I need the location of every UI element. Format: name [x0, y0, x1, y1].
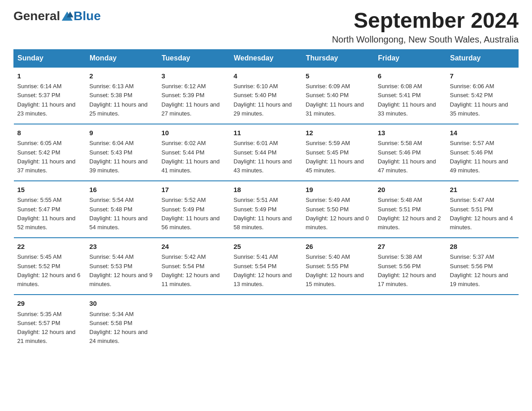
day-cell: 14Sunrise: 5:57 AMSunset: 5:46 PMDayligh…	[446, 124, 519, 181]
day-info: Sunrise: 5:57 AMSunset: 5:46 PMDaylight:…	[450, 139, 515, 175]
day-cell: 11Sunrise: 6:01 AMSunset: 5:44 PMDayligh…	[230, 124, 302, 181]
day-cell: 18Sunrise: 5:51 AMSunset: 5:49 PMDayligh…	[230, 181, 302, 238]
day-number: 16	[90, 185, 154, 195]
day-info: Sunrise: 5:48 AMSunset: 5:51 PMDaylight:…	[378, 196, 443, 232]
day-cell: 12Sunrise: 5:59 AMSunset: 5:45 PMDayligh…	[302, 124, 374, 181]
day-number: 30	[90, 299, 154, 309]
day-number: 20	[378, 185, 443, 195]
day-cell: 26Sunrise: 5:40 AMSunset: 5:55 PMDayligh…	[302, 238, 374, 295]
day-cell: 15Sunrise: 5:55 AMSunset: 5:47 PMDayligh…	[14, 181, 86, 238]
day-cell	[302, 295, 374, 351]
day-info: Sunrise: 6:08 AMSunset: 5:41 PMDaylight:…	[378, 82, 443, 118]
header-row: Sunday Monday Tuesday Wednesday Thursday…	[14, 49, 519, 67]
day-cell	[158, 295, 230, 351]
day-number: 26	[306, 242, 371, 252]
day-info: Sunrise: 5:51 AMSunset: 5:49 PMDaylight:…	[234, 196, 299, 232]
day-number: 24	[162, 242, 227, 252]
page-title: September 2024	[332, 9, 519, 33]
day-info: Sunrise: 5:47 AMSunset: 5:51 PMDaylight:…	[450, 196, 515, 232]
calendar-header: Sunday Monday Tuesday Wednesday Thursday…	[14, 49, 519, 67]
day-info: Sunrise: 6:06 AMSunset: 5:42 PMDaylight:…	[450, 82, 515, 118]
day-number: 21	[450, 185, 515, 195]
day-number: 28	[450, 242, 515, 252]
header: General Blue September 2024 North Wollon…	[13, 9, 519, 45]
day-number: 15	[17, 185, 82, 195]
day-cell: 24Sunrise: 5:42 AMSunset: 5:54 PMDayligh…	[158, 238, 230, 295]
day-number: 4	[234, 71, 299, 81]
header-thursday: Thursday	[302, 49, 374, 67]
day-cell: 25Sunrise: 5:41 AMSunset: 5:54 PMDayligh…	[230, 238, 302, 295]
day-number: 9	[90, 128, 154, 138]
day-info: Sunrise: 5:41 AMSunset: 5:54 PMDaylight:…	[234, 253, 299, 289]
day-number: 2	[90, 71, 154, 81]
day-info: Sunrise: 5:54 AMSunset: 5:48 PMDaylight:…	[90, 196, 154, 232]
day-info: Sunrise: 6:04 AMSunset: 5:43 PMDaylight:…	[90, 139, 154, 175]
day-cell: 29Sunrise: 5:35 AMSunset: 5:57 PMDayligh…	[14, 295, 86, 351]
day-cell: 16Sunrise: 5:54 AMSunset: 5:48 PMDayligh…	[86, 181, 158, 238]
day-cell: 19Sunrise: 5:49 AMSunset: 5:50 PMDayligh…	[302, 181, 374, 238]
day-cell: 2Sunrise: 6:13 AMSunset: 5:38 PMDaylight…	[86, 67, 158, 124]
day-cell: 22Sunrise: 5:45 AMSunset: 5:52 PMDayligh…	[14, 238, 86, 295]
subtitle: North Wollongong, New South Wales, Austr…	[332, 34, 519, 45]
day-info: Sunrise: 6:09 AMSunset: 5:40 PMDaylight:…	[306, 82, 371, 118]
day-number: 13	[378, 128, 443, 138]
day-number: 5	[306, 71, 371, 81]
day-number: 17	[162, 185, 227, 195]
day-cell	[230, 295, 302, 351]
day-info: Sunrise: 5:40 AMSunset: 5:55 PMDaylight:…	[306, 253, 371, 289]
day-number: 11	[234, 128, 299, 138]
day-info: Sunrise: 6:01 AMSunset: 5:44 PMDaylight:…	[234, 139, 299, 175]
day-number: 12	[306, 128, 371, 138]
day-cell: 8Sunrise: 6:05 AMSunset: 5:42 PMDaylight…	[14, 124, 86, 181]
day-info: Sunrise: 5:38 AMSunset: 5:56 PMDaylight:…	[378, 253, 443, 289]
day-info: Sunrise: 5:42 AMSunset: 5:54 PMDaylight:…	[162, 253, 227, 289]
day-cell: 3Sunrise: 6:12 AMSunset: 5:39 PMDaylight…	[158, 67, 230, 124]
day-number: 18	[234, 185, 299, 195]
day-number: 7	[450, 71, 515, 81]
day-number: 10	[162, 128, 227, 138]
day-number: 14	[450, 128, 515, 138]
day-info: Sunrise: 5:49 AMSunset: 5:50 PMDaylight:…	[306, 196, 371, 232]
day-cell: 13Sunrise: 5:58 AMSunset: 5:46 PMDayligh…	[374, 124, 446, 181]
header-sunday: Sunday	[14, 49, 86, 67]
day-info: Sunrise: 5:58 AMSunset: 5:46 PMDaylight:…	[378, 139, 443, 175]
calendar-table: Sunday Monday Tuesday Wednesday Thursday…	[13, 49, 519, 351]
logo-general: General	[13, 9, 60, 23]
day-number: 22	[17, 242, 82, 252]
day-info: Sunrise: 5:37 AMSunset: 5:56 PMDaylight:…	[450, 253, 515, 289]
week-row-2: 15Sunrise: 5:55 AMSunset: 5:47 PMDayligh…	[14, 181, 519, 238]
week-row-4: 29Sunrise: 5:35 AMSunset: 5:57 PMDayligh…	[14, 295, 519, 351]
day-info: Sunrise: 6:12 AMSunset: 5:39 PMDaylight:…	[162, 82, 227, 118]
day-cell: 7Sunrise: 6:06 AMSunset: 5:42 PMDaylight…	[446, 67, 519, 124]
day-cell	[374, 295, 446, 351]
day-cell	[446, 295, 519, 351]
day-number: 8	[17, 128, 82, 138]
day-info: Sunrise: 6:05 AMSunset: 5:42 PMDaylight:…	[17, 139, 82, 175]
title-area: September 2024 North Wollongong, New Sou…	[332, 9, 519, 45]
day-cell: 9Sunrise: 6:04 AMSunset: 5:43 PMDaylight…	[86, 124, 158, 181]
week-row-3: 22Sunrise: 5:45 AMSunset: 5:52 PMDayligh…	[14, 238, 519, 295]
day-info: Sunrise: 5:44 AMSunset: 5:53 PMDaylight:…	[90, 253, 154, 289]
day-cell: 28Sunrise: 5:37 AMSunset: 5:56 PMDayligh…	[446, 238, 519, 295]
day-cell: 21Sunrise: 5:47 AMSunset: 5:51 PMDayligh…	[446, 181, 519, 238]
day-number: 29	[17, 299, 82, 309]
day-number: 19	[306, 185, 371, 195]
day-info: Sunrise: 5:59 AMSunset: 5:45 PMDaylight:…	[306, 139, 371, 175]
day-info: Sunrise: 5:45 AMSunset: 5:52 PMDaylight:…	[17, 253, 82, 289]
header-saturday: Saturday	[446, 49, 519, 67]
logo: General Blue	[13, 9, 101, 23]
day-number: 6	[378, 71, 443, 81]
day-cell: 6Sunrise: 6:08 AMSunset: 5:41 PMDaylight…	[374, 67, 446, 124]
day-cell: 4Sunrise: 6:10 AMSunset: 5:40 PMDaylight…	[230, 67, 302, 124]
day-info: Sunrise: 6:10 AMSunset: 5:40 PMDaylight:…	[234, 82, 299, 118]
day-cell: 20Sunrise: 5:48 AMSunset: 5:51 PMDayligh…	[374, 181, 446, 238]
calendar-body: 1Sunrise: 6:14 AMSunset: 5:37 PMDaylight…	[14, 67, 519, 351]
header-wednesday: Wednesday	[230, 49, 302, 67]
day-number: 25	[234, 242, 299, 252]
day-cell: 17Sunrise: 5:52 AMSunset: 5:49 PMDayligh…	[158, 181, 230, 238]
week-row-1: 8Sunrise: 6:05 AMSunset: 5:42 PMDaylight…	[14, 124, 519, 181]
day-info: Sunrise: 6:13 AMSunset: 5:38 PMDaylight:…	[90, 82, 154, 118]
day-info: Sunrise: 5:35 AMSunset: 5:57 PMDaylight:…	[17, 310, 82, 346]
day-cell: 5Sunrise: 6:09 AMSunset: 5:40 PMDaylight…	[302, 67, 374, 124]
logo-icon	[61, 10, 73, 22]
